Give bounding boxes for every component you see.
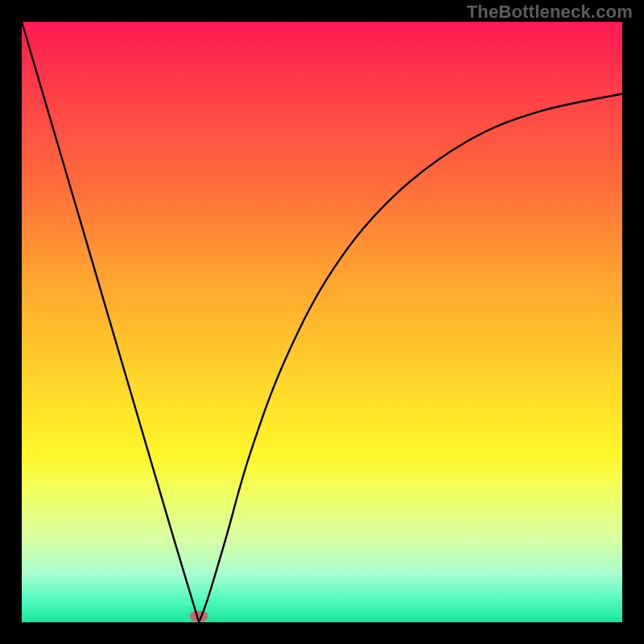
curve-left	[22, 22, 199, 622]
bottleneck-curve	[22, 22, 622, 622]
optimum-marker	[190, 611, 208, 621]
plot-area	[22, 22, 622, 622]
curve-right	[199, 94, 622, 623]
chart-container: TheBottleneck.com	[0, 0, 644, 644]
watermark-label: TheBottleneck.com	[467, 2, 633, 23]
